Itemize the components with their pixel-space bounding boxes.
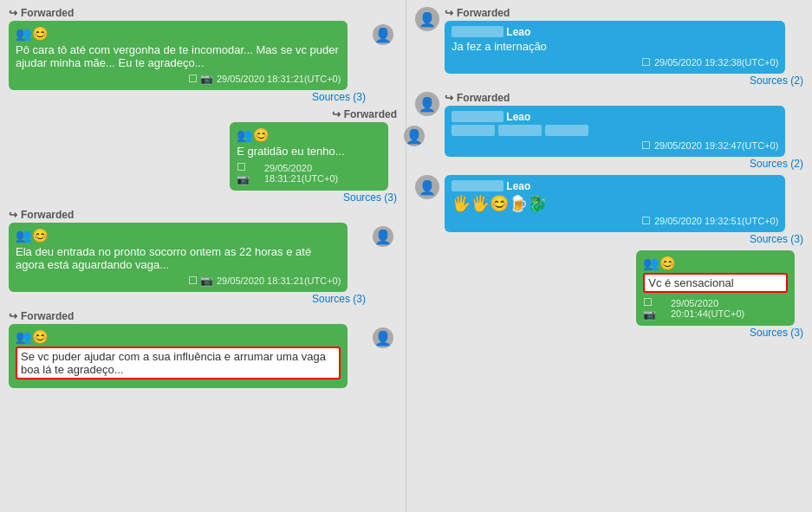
ravatar-row-3: 👤 Leao 🖐🖐😊🍺🐉 ☐ 29/05/2020 19:32:51(UTC+0… [415,175,803,245]
rtext-1: Ja fez a internação [451,40,778,53]
forward-icon-3: ↪ [9,209,17,221]
rbubble-4: 👥😊 Vc é sensacional ☐ 📷 29/05/2020 20:01… [636,250,795,326]
rforwarded-label-2: ↪ Forwarded [445,92,803,104]
message-block-2: ↪ Forwarded 👥😊 E gratidão eu tenho... ☐ … [9,108,397,204]
ravatar-3: 👤 [415,175,439,199]
rforward-icon-2: ↪ [445,92,453,104]
forward-icon-4: ↪ [9,310,17,322]
forwarded-label-4: ↪ Forwarded [9,310,397,322]
forwarded-label-3: ↪ Forwarded [9,209,397,221]
rmessage-block-4: 👥😊 Vc é sensacional ☐ 📷 29/05/2020 20:01… [415,250,803,339]
text-3: Ela deu entrada no pronto socorro ontem … [16,245,341,271]
message-block-4: ↪ Forwarded 👥😊 Se vc puder ajudar com a … [9,310,397,388]
emoji-3: 👥😊 [16,228,341,243]
meta-1: ☐ 📷 29/05/2020 18:31:21(UTC+0) [16,73,341,85]
sources-row-1: Sources (3) [9,90,397,103]
rsender-1: Leao [451,26,778,38]
text-1: Pô cara tô até com vergonha de te incomo… [16,43,341,69]
rsources-row-3: Sources (3) [445,232,803,245]
message-block-3: ↪ Forwarded 👥😊 Ela deu entrada no pronto… [9,209,397,305]
sources-row-3: Sources (3) [9,292,397,305]
rhighlighted-text-4: Vc é sensacional [643,273,788,293]
forward-icon-2: ↪ [332,108,341,120]
rforward-icon-1: ↪ [445,7,453,19]
rmessage-block-1: 👤 ↪ Forwarded Leao Ja fez a internação [415,7,803,87]
highlighted-text-4: Se vc puder ajudar com a sua influência … [16,347,341,379]
rsources-link-4[interactable]: Sources (3) [750,327,803,339]
avatar-4: 👤 [373,327,393,348]
emoji-2: 👥😊 [237,127,381,143]
avatar-1: 👤 [373,24,393,45]
rsources-row-2: Sources (2) [445,157,803,170]
meta-2: ☐ 📷 29/05/2020 18:31:21(UTC+0) [237,161,381,185]
rbubble-3: Leao 🖐🖐😊🍺🐉 ☐ 29/05/2020 19:32:51(UTC+0) [445,175,785,232]
bubble-4: 👥😊 Se vc puder ajudar com a sua influênc… [9,324,348,388]
rsender-3: Leao [451,180,778,192]
forward-icon-1: ↪ [9,7,17,19]
rmessage-block-3: 👤 Leao 🖐🖐😊🍺🐉 ☐ 29/05/2020 19:32:51(UTC+0… [415,175,803,245]
rsources-link-2[interactable]: Sources (2) [750,158,803,170]
avatar-3: 👤 [373,226,393,247]
rmeta-1: ☐ 29/05/2020 19:32:38(UTC+0) [451,56,778,68]
phone-icons-1: ☐ 📷 [188,73,213,85]
forwarded-label-2: ↪ Forwarded [230,108,397,120]
rsources-row-4: Sources (3) [636,326,803,339]
forwarded-label-1: ↪ Forwarded [9,7,397,19]
emoji-4: 👥😊 [16,329,341,345]
ravatar-2: 👤 [415,92,439,116]
rsources-link-3[interactable]: Sources (3) [750,233,803,245]
bubble-1: 👥😊 Pô cara tô até com vergonha de te inc… [9,21,348,90]
message-block-1: ↪ Forwarded 👥😊 Pô cara tô até com vergon… [9,7,397,103]
rmeta-4: ☐ 📷 29/05/2020 20:01:44(UTC+0) [643,296,788,321]
rbubble-2: Leao ☐ 29/05/2020 19:32:47(UTC+0) [445,106,785,157]
rforwarded-label-1: ↪ Forwarded [445,7,803,19]
remoji-3: 🖐🖐😊🍺🐉 [451,194,778,213]
bubble-3: 👥😊 Ela deu entrada no pronto socorro ont… [9,223,348,292]
rsources-link-1[interactable]: Sources (2) [750,75,803,87]
ravatar-1: 👤 [415,7,439,31]
rsources-row-1: Sources (2) [445,74,803,87]
sources-link-3[interactable]: Sources (3) [312,293,366,305]
ravatar-row-2: 👤 ↪ Forwarded Leao [415,92,803,170]
text-2: E gratidão eu tenho... [237,145,381,158]
rbubble-1: Leao Ja fez a internação ☐ 29/05/2020 19… [445,21,785,74]
avatar-2: 👤 [404,126,425,146]
emoji-1: 👥😊 [16,26,341,42]
sources-link-2[interactable]: Sources (3) [343,191,397,204]
rmeta-2: ☐ 29/05/2020 19:32:47(UTC+0) [451,139,778,152]
rmeta-3: ☐ 29/05/2020 19:32:51(UTC+0) [451,215,778,227]
sources-link-1[interactable]: Sources (3) [312,91,366,103]
ravatar-row-1: 👤 ↪ Forwarded Leao Ja fez a internação [415,7,803,87]
rsender-2: Leao [451,111,778,123]
remoji-4: 👥😊 [643,256,788,271]
bubble-2: 👥😊 E gratidão eu tenho... ☐ 📷 29/05/2020… [230,122,388,191]
rmessage-block-2: 👤 ↪ Forwarded Leao [415,92,803,170]
meta-3: ☐ 📷 29/05/2020 18:31:21(UTC+0) [16,275,341,287]
sources-row-2: Sources (3) [230,191,397,204]
